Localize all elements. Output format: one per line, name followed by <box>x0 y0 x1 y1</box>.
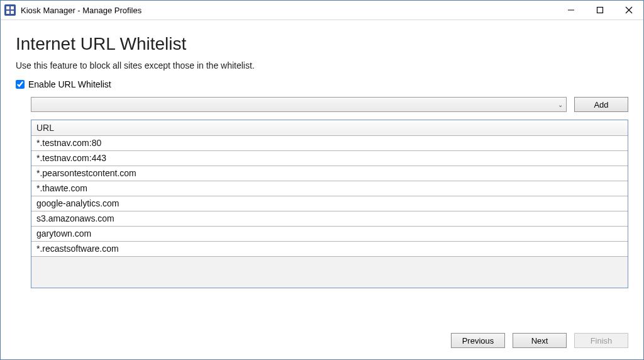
table-row[interactable]: google-analytics.com <box>31 196 628 211</box>
table-row[interactable]: *.testnav.com:443 <box>31 151 628 166</box>
url-input[interactable] <box>31 97 567 112</box>
finish-button[interactable]: Finish <box>574 333 628 348</box>
grid-body: *.testnav.com:80*.testnav.com:443*.pears… <box>31 136 628 288</box>
window-title: Kiosk Manager - Manage Profiles <box>21 6 142 15</box>
add-button[interactable]: Add <box>574 97 628 112</box>
content-area: Internet URL Whitelist Use this feature … <box>1 20 643 324</box>
maximize-button[interactable] <box>586 1 614 20</box>
table-row[interactable]: garytown.com <box>31 227 628 242</box>
svg-rect-1 <box>11 6 14 9</box>
add-url-row: ⌄ Add <box>31 97 628 112</box>
table-row[interactable]: *.recastsoftware.com <box>31 242 628 257</box>
minimize-button[interactable] <box>557 1 586 20</box>
page-subtitle: Use this feature to block all sites exce… <box>16 60 628 70</box>
page-title: Internet URL Whitelist <box>16 34 628 54</box>
table-row[interactable]: s3.amazonaws.com <box>31 211 628 227</box>
window-controls <box>557 1 643 20</box>
titlebar: Kiosk Manager - Manage Profiles <box>1 1 643 20</box>
close-button[interactable] <box>614 1 643 20</box>
app-window: Kiosk Manager - Manage Profiles Internet… <box>0 0 644 360</box>
svg-rect-5 <box>597 8 603 13</box>
grid-column-header[interactable]: URL <box>31 120 628 136</box>
wizard-footer: Previous Next Finish <box>1 324 643 359</box>
whitelist-block: ⌄ Add URL *.testnav.com:80*.testnav.com:… <box>16 97 628 288</box>
enable-whitelist-checkbox[interactable] <box>16 80 25 89</box>
table-row[interactable]: *.testnav.com:80 <box>31 136 628 151</box>
url-combobox[interactable]: ⌄ <box>31 97 567 112</box>
svg-rect-0 <box>6 6 9 9</box>
app-icon <box>4 4 16 16</box>
table-row[interactable]: *.thawte.com <box>31 181 628 196</box>
enable-whitelist-label: Enable URL Whitelist <box>28 79 111 89</box>
table-row[interactable]: *.pearsontestcontent.com <box>31 166 628 181</box>
enable-whitelist-row[interactable]: Enable URL Whitelist <box>16 79 628 89</box>
url-grid: URL *.testnav.com:80*.testnav.com:443*.p… <box>31 120 628 288</box>
svg-rect-2 <box>6 11 9 14</box>
previous-button[interactable]: Previous <box>451 333 505 348</box>
next-button[interactable]: Next <box>513 333 567 348</box>
svg-rect-3 <box>11 11 14 14</box>
